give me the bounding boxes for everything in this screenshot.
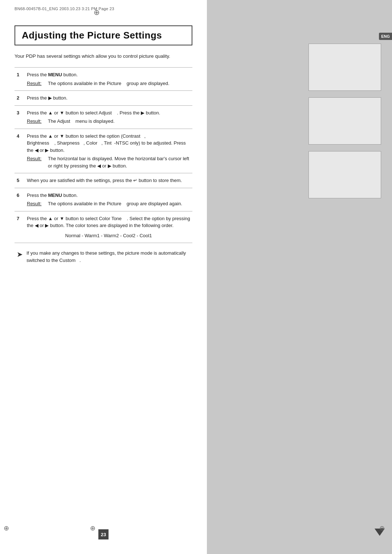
step-instruction-1: Press the MENU button. <box>27 72 78 77</box>
reg-mark-bottom-center: ⊕ <box>90 524 95 532</box>
step-content-5: When you are satisfied with the settings… <box>25 173 192 188</box>
step-num-7: 7 <box>15 211 25 243</box>
step-instruction-5: When you are satisfied with the settings… <box>27 178 182 183</box>
table-row: 3 Press the ▲ or ▼ button to select Adju… <box>15 105 192 129</box>
content-area: BN68-00457B-01_ENG 2003.10.23 3:21 PM Pa… <box>0 0 207 554</box>
page-number: 23 <box>98 529 109 539</box>
result-text-3: The Adjust menu is displayed. <box>48 118 115 125</box>
table-row: 5 When you are satisfied with the settin… <box>15 173 192 188</box>
step-num-5: 5 <box>15 173 25 188</box>
step-instruction-6: Press the MENU button. <box>27 193 78 198</box>
result-label-1: Result: <box>27 80 46 87</box>
step-content-6: Press the MENU button. Result: The optio… <box>25 188 192 211</box>
right-sidebar: ENG ⊕ <box>207 0 392 554</box>
result-text-6: The options available in the Picture gro… <box>48 200 182 207</box>
result-label-3: Result: <box>27 118 46 125</box>
tip-row: ➤ If you make any changes to these setti… <box>15 250 192 264</box>
table-row: 1 Press the MENU button. Result: The opt… <box>15 68 192 91</box>
title-box: Adjusting the Picture Settings <box>15 25 192 45</box>
table-row: 6 Press the MENU button. Result: The opt… <box>15 188 192 211</box>
reg-mark-bottom-left: ⊕ <box>4 524 9 532</box>
step-num-4: 4 <box>15 129 25 173</box>
page-title: Adjusting the Picture Settings <box>22 30 185 41</box>
step-content-7: Press the ▲ or ▼ button to select Color … <box>25 211 192 243</box>
step-num-1: 1 <box>15 68 25 91</box>
tip-text: If you make any changes to these setting… <box>26 250 190 264</box>
step-content-2: Press the ▶ button. <box>25 91 192 106</box>
sidebar-boxes <box>309 44 381 198</box>
reg-mark-top-center: ⊕ <box>94 8 100 17</box>
step-content-1: Press the MENU button. Result: The optio… <box>25 68 192 91</box>
tip-arrow-icon: ➤ <box>17 249 23 260</box>
result-label-6: Result: <box>27 200 46 207</box>
intro-text: Your PDP has several settings which allo… <box>15 53 192 60</box>
step-instruction-4: Press the ▲ or ▼ button to select the op… <box>27 133 186 153</box>
step-instruction-3: Press the ▲ or ▼ button to select Adjust… <box>27 110 160 116</box>
page-header: BN68-00457B-01_ENG 2003.10.23 3:21 PM Pa… <box>15 0 192 11</box>
sidebar-box-2 <box>309 97 381 145</box>
sidebar-box-3 <box>309 151 381 198</box>
step-instruction-2: Press the ▶ button. <box>27 95 68 101</box>
eng-badge: ENG <box>379 33 392 40</box>
step-content-4: Press the ▲ or ▼ button to select the op… <box>25 129 192 173</box>
table-row: 4 Press the ▲ or ▼ button to select the … <box>15 129 192 173</box>
step-num-2: 2 <box>15 91 25 106</box>
color-order-text: Normal - Warm1 - Warm2 - Cool2 - Cool1 <box>27 232 190 239</box>
result-text-1: The options available in the Picture gro… <box>48 80 170 87</box>
step-instruction-7: Press the ▲ or ▼ button to select Color … <box>27 216 190 229</box>
page-wrapper: BN68-00457B-01_ENG 2003.10.23 3:21 PM Pa… <box>0 0 392 554</box>
steps-table: 1 Press the MENU button. Result: The opt… <box>15 67 192 243</box>
step-content-3: Press the ▲ or ▼ button to select Adjust… <box>25 105 192 129</box>
result-label-4: Result: <box>27 155 46 169</box>
step-num-3: 3 <box>15 105 25 129</box>
step-num-6: 6 <box>15 188 25 211</box>
sidebar-box-1 <box>309 44 381 91</box>
table-row: 2 Press the ▶ button. <box>15 91 192 106</box>
table-row: 7 Press the ▲ or ▼ button to select Colo… <box>15 211 192 243</box>
reg-mark-bottom-right: ⊕ <box>379 524 385 532</box>
result-text-4: The horizontal bar is displayed. Move th… <box>48 155 190 169</box>
